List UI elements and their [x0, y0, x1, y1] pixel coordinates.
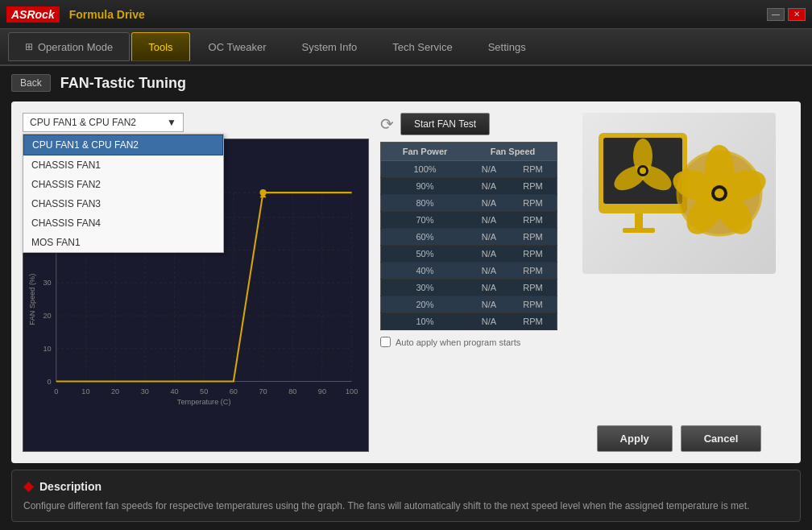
fan-dropdown-value: CPU FAN1 & CPU FAN2 — [30, 117, 136, 128]
back-button[interactable]: Back — [11, 74, 51, 92]
fan-rpm-cell: RPM — [509, 263, 557, 279]
fan-rpm-cell: RPM — [509, 195, 557, 212]
dropdown-item-chassis1[interactable]: CHASSIS FAN1 — [23, 155, 223, 175]
fan-power-cell: 80% — [381, 195, 470, 212]
svg-text:FAN Speed (%): FAN Speed (%) — [28, 274, 36, 325]
fan-table-row: 10% N/A RPM — [381, 313, 557, 330]
tab-tech-service-label: Tech Service — [392, 41, 452, 53]
tab-oc-tweaker[interactable]: OC Tweaker — [192, 32, 284, 61]
fan-table-row: 90% N/A RPM — [381, 178, 557, 195]
auto-apply-label: Auto apply when program starts — [396, 337, 520, 347]
nav-bar: ⊞ Operation Mode Tools OC Tweaker System… — [0, 29, 812, 66]
auto-apply-row: Auto apply when program starts — [380, 337, 557, 347]
fan-dropdown-list: CPU FAN1 & CPU FAN2 CHASSIS FAN1 CHASSIS… — [23, 134, 224, 253]
svg-text:40: 40 — [170, 387, 178, 395]
content: Back FAN-Tastic Tuning CPU FAN1 & CPU FA… — [0, 66, 812, 530]
dropdown-item-mos1[interactable]: MOS FAN1 — [23, 233, 223, 252]
fan-table-row: 50% N/A RPM — [381, 246, 557, 263]
svg-text:20: 20 — [43, 312, 51, 320]
dropdown-item-chassis3[interactable]: CHASSIS FAN3 — [23, 194, 223, 213]
tab-settings-label: Settings — [488, 41, 526, 53]
fan-rpm-cell: RPM — [509, 313, 557, 330]
fan-na-cell: N/A — [469, 161, 509, 178]
fan-na-cell: N/A — [469, 263, 509, 279]
fan-power-cell: 90% — [381, 178, 470, 195]
fan-na-cell: N/A — [469, 229, 509, 246]
fan-rpm-cell: RPM — [509, 229, 557, 246]
auto-apply-checkbox[interactable] — [380, 337, 391, 347]
fan-table-row: 100% N/A RPM — [381, 161, 557, 178]
middle-panel: ⟳ Start FAN Test Fan Power Fan Speed 100… — [380, 113, 557, 452]
close-button[interactable]: ✕ — [788, 8, 806, 21]
dropdown-item-chassis4[interactable]: CHASSIS FAN4 — [23, 213, 223, 233]
minimize-button[interactable]: — — [767, 8, 785, 21]
fan-na-cell: N/A — [469, 195, 509, 212]
grid-icon: ⊞ — [25, 41, 33, 52]
fan-table-body: 100% N/A RPM 90% N/A RPM 80% N/A RPM 70%… — [381, 161, 557, 330]
svg-text:30: 30 — [141, 387, 149, 395]
svg-text:70: 70 — [259, 387, 267, 395]
description-panel: ◆ Description Configure different fan sp… — [11, 470, 801, 522]
tab-system-info[interactable]: System Info — [285, 32, 375, 61]
svg-text:80: 80 — [288, 387, 296, 395]
fan-power-cell: 30% — [381, 279, 470, 296]
description-icon: ◆ — [23, 478, 33, 494]
tab-oc-tweaker-label: OC Tweaker — [209, 41, 267, 53]
fan-speed-header: Fan Speed — [469, 143, 557, 161]
svg-text:Temperature (C): Temperature (C) — [177, 398, 231, 406]
tab-tech-service[interactable]: Tech Service — [375, 32, 469, 61]
svg-text:60: 60 — [230, 387, 238, 395]
fan-illustration — [582, 113, 776, 274]
fan-select-container: CPU FAN1 & CPU FAN2 ▼ CPU FAN1 & CPU FAN… — [23, 113, 184, 132]
svg-text:10: 10 — [43, 345, 51, 353]
fan-rpm-cell: RPM — [509, 178, 557, 195]
fan-power-cell: 40% — [381, 263, 470, 279]
fan-power-cell: 20% — [381, 296, 470, 313]
fan-table-row: 40% N/A RPM — [381, 263, 557, 279]
action-buttons: Apply Cancel — [569, 425, 789, 452]
svg-text:10: 10 — [81, 387, 89, 395]
fan-power-header: Fan Power — [381, 143, 470, 161]
fan-na-cell: N/A — [469, 279, 509, 296]
cancel-button[interactable]: Cancel — [681, 425, 762, 452]
main-panel: CPU FAN1 & CPU FAN2 ▼ CPU FAN1 & CPU FAN… — [11, 101, 801, 463]
svg-text:0: 0 — [54, 387, 58, 395]
dropdown-item-chassis2[interactable]: CHASSIS FAN2 — [23, 175, 223, 194]
fan-dropdown[interactable]: CPU FAN1 & CPU FAN2 ▼ — [23, 113, 184, 132]
tab-settings[interactable]: Settings — [471, 32, 543, 61]
page-header: Back FAN-Tastic Tuning — [11, 74, 801, 92]
svg-text:0: 0 — [48, 378, 52, 386]
fan-rpm-cell: RPM — [509, 279, 557, 296]
svg-text:100: 100 — [346, 387, 358, 395]
fan-rpm-cell: RPM — [509, 296, 557, 313]
fan-test-header: ⟳ Start FAN Test — [380, 113, 557, 135]
tab-operation-mode-label: Operation Mode — [38, 41, 113, 53]
tab-system-info-label: System Info — [302, 41, 358, 53]
fan-table-row: 70% N/A RPM — [381, 212, 557, 229]
dropdown-item-cpu12[interactable]: CPU FAN1 & CPU FAN2 — [23, 135, 223, 155]
svg-rect-48 — [635, 213, 643, 230]
svg-text:90: 90 — [318, 387, 326, 395]
fan-na-cell: N/A — [469, 212, 509, 229]
svg-point-47 — [640, 168, 646, 174]
fan-na-cell: N/A — [469, 296, 509, 313]
fan-table-row: 20% N/A RPM — [381, 296, 557, 313]
spin-icon: ⟳ — [380, 114, 394, 134]
svg-point-57 — [715, 188, 724, 198]
description-text: Configure different fan speeds for respe… — [23, 499, 789, 513]
fan-table-row: 80% N/A RPM — [381, 195, 557, 212]
fan-rpm-cell: RPM — [509, 246, 557, 263]
svg-rect-49 — [623, 228, 655, 233]
left-panel: CPU FAN1 & CPU FAN2 ▼ CPU FAN1 & CPU FAN… — [23, 113, 369, 452]
tab-tools[interactable]: Tools — [131, 32, 189, 61]
app-title: Formula Drive — [69, 8, 145, 21]
fan-na-cell: N/A — [469, 178, 509, 195]
description-title: Description — [39, 480, 102, 493]
svg-text:50: 50 — [200, 387, 208, 395]
tab-operation-mode[interactable]: ⊞ Operation Mode — [8, 32, 130, 61]
apply-button[interactable]: Apply — [597, 425, 673, 452]
fan-speed-table: Fan Power Fan Speed 100% N/A RPM 90% N/A… — [380, 142, 557, 330]
svg-text:20: 20 — [111, 387, 119, 395]
start-fan-test-button[interactable]: Start FAN Test — [400, 113, 490, 135]
right-panel: Apply Cancel — [569, 113, 789, 452]
